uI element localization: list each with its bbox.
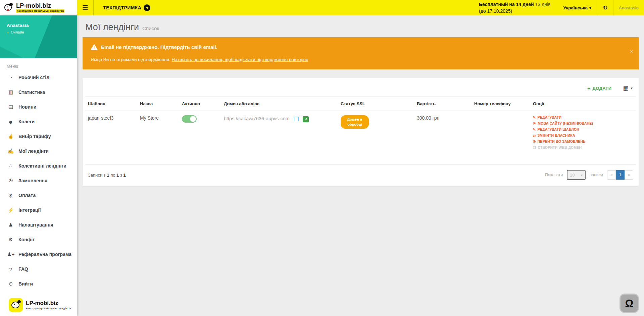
- refresh-button[interactable]: ↻: [597, 0, 613, 15]
- sidebar-item-integrations[interactable]: ⚡ Інтеграції: [0, 203, 77, 217]
- sidebar-item-label: Новини: [18, 104, 37, 110]
- domain-input[interactable]: [224, 115, 290, 123]
- news-icon: ▤: [7, 104, 14, 110]
- sidebar-item-dashboard[interactable]: ◔ Робочий стіл: [0, 70, 77, 85]
- sidebar-item-colleagues[interactable]: ☻ Колеги: [0, 114, 77, 129]
- option-go-to-orders[interactable]: ✇ ПЕРЕЙТИ ДО ЗАМОВЛЕНЬ: [533, 139, 633, 143]
- page-size-select[interactable]: 20 ▾: [567, 170, 586, 180]
- option-label: ПЕРЕЙТИ ДО ЗАМОВЛЕНЬ: [538, 139, 586, 143]
- sidebar-item-statistics[interactable]: ▥ Статистика: [0, 85, 77, 100]
- headset-icon: Ω: [625, 298, 634, 309]
- landings-icon: ✍: [7, 148, 14, 154]
- cell-name: My Store: [137, 111, 179, 165]
- option-label: СТВОРИТИ WEB-ДОМЕН: [538, 145, 582, 149]
- show-label: Показати: [545, 173, 563, 177]
- add-landing-button[interactable]: + ДОДАТИ: [587, 85, 611, 91]
- option-label: ЗМІНИТИ ВЛАСНИКА: [538, 133, 575, 137]
- footer-brand-title: LP-mobi.biz: [26, 300, 71, 306]
- sidebar-item-faq[interactable]: ? FAQ: [0, 262, 77, 276]
- sidebar-item-referral[interactable]: ♟+ Реферальна програма: [0, 247, 77, 262]
- resend-confirmation-link[interactable]: Натисніть це посилання, щоб надіслати пі…: [172, 57, 308, 62]
- col-header-price: Вартість: [414, 97, 472, 111]
- col-header-name: Назва: [137, 97, 179, 111]
- cell-template: japan-steel3: [85, 111, 137, 165]
- brand-logo[interactable]: LP-mobi.biz Конструктор мобильных лендин…: [0, 0, 77, 15]
- email-warning-banner: ! Email не підтверджено. Підтвердіть сві…: [83, 37, 639, 69]
- support-link[interactable]: ТЕХПІДТРИМКА ➤: [103, 4, 150, 11]
- online-status-icon: ●: [7, 30, 9, 34]
- plug-icon: ⚡: [7, 207, 14, 213]
- row-options: ✎ РЕДАГУВАТИ ⚑ МОВА САЙТУ (НЕЗМІНЮВАНЕ) …: [533, 115, 633, 149]
- sidebar-item-label: Колективні лендінги: [18, 163, 66, 169]
- page-size-value: 20: [570, 173, 575, 178]
- dollar-icon: $: [7, 193, 14, 198]
- sidebar-item-logout[interactable]: ⊙ Вийти: [0, 276, 77, 291]
- hamburger-menu-icon[interactable]: ☰: [77, 0, 94, 15]
- sidebar-item-label: Інтеграції: [18, 207, 41, 213]
- option-change-owner[interactable]: ⇄ ЗМІНИТИ ВЛАСНИКА: [533, 133, 633, 137]
- dog-mascot-icon: [3, 3, 13, 13]
- landings-panel: + ДОДАТИ ▦ ▾ Шаблон Назва Активн: [83, 78, 639, 186]
- sidebar-item-label: Оплата: [18, 193, 36, 198]
- landings-table: Шаблон Назва Активно Домен або аліас Ста…: [85, 97, 636, 165]
- cell-price: 300.00 грн: [414, 111, 472, 165]
- option-create-web-domain: ❐ СТВОРИТИ WEB-ДОМЕН: [533, 145, 633, 149]
- sidebar-item-orders[interactable]: ✇ Замовлення: [0, 173, 77, 188]
- cart-icon: ✇: [7, 178, 14, 184]
- header-username[interactable]: Anastasia: [613, 5, 644, 10]
- language-selector[interactable]: Українська ▾: [557, 5, 597, 10]
- sidebar: Anastasia ● Онлайн Меню ◔ Робочий стіл ▥…: [0, 15, 77, 316]
- brand-subtitle: Конструктор мобильных лендингов: [16, 9, 64, 13]
- power-icon: ⊙: [7, 281, 14, 287]
- sidebar-item-collective-landings[interactable]: ∴ Колективні лендінги: [0, 159, 77, 173]
- main-content: Мої лендінги Список ! Email не підтвердж…: [77, 15, 644, 316]
- sidebar-item-label: Робочий стіл: [18, 75, 49, 80]
- stats-icon: ▥: [7, 89, 14, 95]
- pagination-prev-button[interactable]: «: [607, 170, 616, 180]
- sidebar-user-status: Онлайн: [11, 30, 24, 34]
- records-label: записи: [590, 173, 603, 177]
- sidebar-item-label: Статистика: [18, 89, 45, 95]
- trial-plan: Бесплатный на 14 дней: [479, 2, 534, 7]
- active-toggle[interactable]: [182, 115, 197, 123]
- sidebar-item-label: Мої лендінги: [18, 148, 49, 154]
- sidebar-item-tariff[interactable]: ☝ Вибір тарифу: [0, 129, 77, 144]
- pagination-next-button[interactable]: »: [625, 170, 633, 180]
- trial-info: Бесплатный на 14 дней 13 днів (до 17.10.…: [479, 1, 557, 15]
- copy-icon[interactable]: ❐: [294, 116, 299, 123]
- plus-icon: +: [587, 85, 590, 91]
- option-edit[interactable]: ✎ РЕДАГУВАТИ: [533, 115, 633, 119]
- sidebar-item-config[interactable]: ⚙ Конфіг: [0, 232, 77, 247]
- sidebar-item-settings[interactable]: ♟ Налаштування: [0, 217, 77, 232]
- close-icon[interactable]: ×: [630, 48, 633, 55]
- edit-icon: ✎: [533, 116, 536, 119]
- records-info: Записи з 1 по 1 з 1: [88, 173, 126, 178]
- chevron-down-icon: ▾: [581, 173, 583, 177]
- dashboard-icon: ◔: [7, 75, 14, 80]
- sidebar-item-label: Вибір тарифу: [18, 134, 51, 139]
- sidebar-item-news[interactable]: ▤ Новини: [0, 100, 77, 114]
- collective-icon: ∴: [7, 163, 14, 169]
- alert-title-text: Email не підтверджено. Підтвердіть свій …: [101, 44, 217, 50]
- pagination-page-1-button[interactable]: 1: [616, 170, 625, 180]
- user-plus-icon: ♟+: [7, 251, 14, 257]
- menu-section-label: Меню: [0, 58, 77, 70]
- sidebar-item-label: Колеги: [18, 119, 35, 124]
- sidebar-item-label: Конфіг: [18, 237, 35, 242]
- sidebar-footer-logo: LP-mobi.biz Конструктор мобільних лендін…: [0, 295, 77, 316]
- dog-mascot-icon: [9, 298, 23, 312]
- support-chat-button[interactable]: Ω: [620, 294, 639, 313]
- top-header: LP-mobi.biz Конструктор мобильных лендин…: [0, 0, 644, 15]
- language-label: Українська: [563, 5, 588, 10]
- option-site-language[interactable]: ⚑ МОВА САЙТУ (НЕЗМІНЮВАНЕ): [533, 121, 633, 125]
- column-settings-dropdown[interactable]: ▦ ▾: [623, 85, 633, 92]
- cell-phone: [472, 111, 530, 165]
- tariff-icon: ☝: [7, 133, 14, 139]
- add-button-label: ДОДАТИ: [593, 86, 612, 91]
- support-label: ТЕХПІДТРИМКА: [103, 5, 141, 10]
- sidebar-item-payment[interactable]: $ Оплата: [0, 188, 77, 203]
- option-edit-template[interactable]: ✎ РЕДАГУВАТИ ШАБЛОН: [533, 127, 633, 131]
- colleagues-icon: ☻: [7, 119, 14, 125]
- external-link-icon[interactable]: ↗: [303, 116, 309, 122]
- sidebar-item-my-landings[interactable]: ✍ Мої лендінги: [0, 144, 77, 159]
